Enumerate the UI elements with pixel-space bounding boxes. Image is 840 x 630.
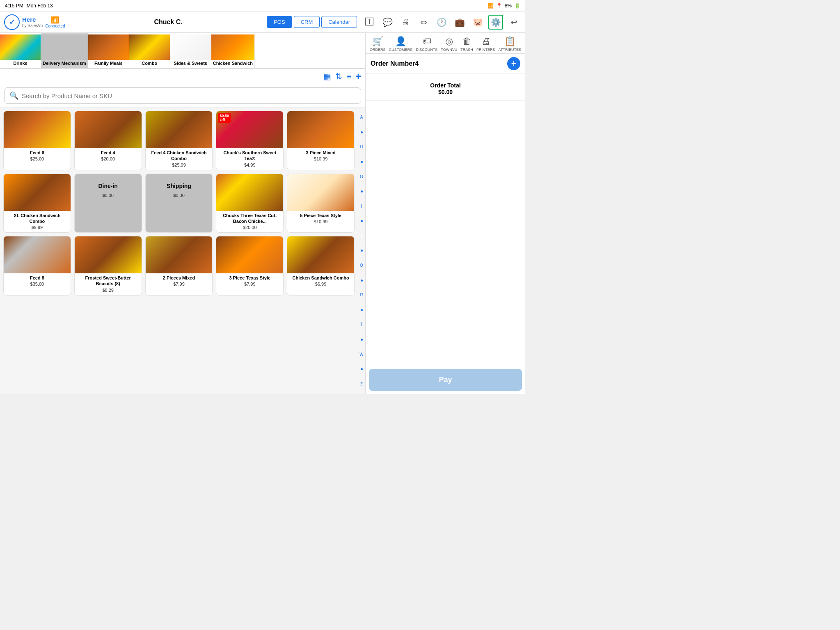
chicken-image	[211, 34, 254, 60]
feed6-price: $25.00	[6, 156, 68, 161]
product-frosted[interactable]: Frosted Sweet-Butter Biscuits (8) $8.29	[74, 236, 142, 296]
reload-header-icon[interactable]: ↩	[506, 15, 521, 30]
alpha-Z[interactable]: Z	[360, 381, 363, 387]
right-panel: 🛒 ORDERS 👤 CUSTOMERS 🏷 DISCOUNTS ◎ TOWNV…	[365, 33, 525, 394]
sweettea-price: $4.99	[219, 163, 281, 167]
product-sweet-tea[interactable]: $0.50Off Chuck's Southern Sweet Tea® $4.…	[216, 111, 284, 170]
product-dinein[interactable]: Dine-in $0.00	[74, 174, 142, 233]
clock-icon[interactable]: 🕐	[434, 15, 449, 30]
5piece-name: 5 Piece Texas Style	[290, 213, 352, 218]
gear-settings-icon[interactable]: ⚙️	[488, 15, 503, 30]
new-item-button[interactable]: +	[507, 57, 520, 70]
printers-icon: 🖨	[481, 36, 490, 47]
feed4-price: $20.00	[77, 156, 139, 161]
logo-area: ✓ Here by SalesVu 📶 Connected	[4, 14, 70, 30]
main-content: Drinks Delivery Mechanism Family Meals C…	[0, 33, 525, 394]
alpha-T[interactable]: T	[360, 322, 363, 328]
product-5piece[interactable]: 5 Piece Texas Style $10.99	[287, 174, 355, 233]
2pieces-name: 2 Pieces Mixed	[148, 275, 210, 281]
category-family[interactable]: Family Meals	[88, 33, 129, 68]
product-feed8[interactable]: Feed 8 $35.00	[3, 236, 71, 296]
category-delivery[interactable]: Delivery Mechanism	[41, 33, 88, 68]
alpha-L[interactable]: L	[360, 233, 363, 239]
townvu-icon: ◎	[445, 36, 453, 47]
alpha-A[interactable]: A	[360, 115, 363, 120]
combo-image	[129, 34, 170, 60]
alpha-D[interactable]: D	[360, 144, 363, 150]
customers-nav[interactable]: 👤 CUSTOMERS	[389, 36, 412, 52]
category-drinks[interactable]: Drinks	[0, 33, 41, 68]
sides-label: Sides & Sweets	[172, 60, 209, 66]
product-feed4[interactable]: Feed 4 $20.00	[74, 111, 142, 170]
back-forward-icon[interactable]: ⇔	[416, 15, 431, 30]
discounts-nav[interactable]: 🏷 DISCOUNTS	[416, 36, 437, 52]
search-input[interactable]	[22, 92, 356, 99]
discounts-icon: 🏷	[422, 36, 431, 47]
orders-nav[interactable]: 🛒 ORDERS	[370, 36, 386, 52]
frosted-image	[75, 236, 142, 273]
delivery-image	[41, 34, 88, 60]
alpha-G[interactable]: G	[360, 174, 363, 180]
townvu-nav[interactable]: ◎ TOWNVU	[441, 36, 457, 52]
5piece-image	[287, 174, 354, 211]
printer-header-icon[interactable]: 🖨	[398, 15, 413, 30]
attributes-nav[interactable]: 📋 ATTRIBUTES	[499, 36, 521, 52]
t-messaging-icon[interactable]: 🅃	[362, 15, 377, 30]
5piece-price: $10.99	[290, 219, 352, 224]
chat-bubble-icon[interactable]: 💬	[380, 15, 395, 30]
product-feed4chicken[interactable]: Feed 4 Chicken Sandwich Combo $25.99	[145, 111, 213, 170]
list-view-icon[interactable]: ≡	[346, 72, 351, 81]
product-3piecetexas[interactable]: 3 Piece Texas Style $7.99	[216, 236, 284, 296]
category-combo[interactable]: Combo	[129, 33, 170, 68]
left-panel: Drinks Delivery Mechanism Family Meals C…	[0, 33, 365, 394]
wifi-icon: 📶	[488, 3, 494, 9]
alpha-dot-7	[361, 309, 363, 311]
alpha-dot-3	[361, 190, 363, 192]
product-feed6[interactable]: Feed 6 $25.00	[3, 111, 71, 170]
alpha-R[interactable]: R	[360, 292, 363, 298]
product-chickensandwich-combo[interactable]: Chicken Sandwich Combo $6.99	[287, 236, 355, 296]
townvu-label: TOWNVU	[441, 48, 457, 52]
barcode-icon[interactable]: ▦	[323, 71, 331, 81]
alpha-I[interactable]: I	[361, 204, 362, 209]
feed8-name: Feed 8	[6, 275, 68, 281]
3piece-price: $10.99	[290, 156, 352, 161]
delivery-label: Delivery Mechanism	[41, 60, 88, 66]
trash-nav[interactable]: 🗑 TRASH	[460, 36, 473, 52]
alpha-O[interactable]: O	[360, 263, 363, 268]
briefcase-header-icon[interactable]: 💼	[452, 15, 467, 30]
product-2pieces[interactable]: 2 Pieces Mixed $7.99	[145, 236, 213, 296]
drinks-label: Drinks	[11, 60, 29, 66]
tab-pos[interactable]: POS	[267, 16, 292, 28]
chickensandwich-combo-price: $6.99	[290, 282, 352, 286]
tab-calendar[interactable]: Calendar	[321, 16, 357, 28]
search-bar: 🔍	[0, 84, 365, 108]
trash-icon: 🗑	[462, 36, 471, 47]
product-grid: Feed 6 $25.00 Feed 4 $20.00	[0, 108, 358, 394]
search-input-wrap[interactable]: 🔍	[4, 87, 361, 104]
category-sides[interactable]: Sides & Sweets	[170, 33, 211, 68]
sweettea-name: Chuck's Southern Sweet Tea®	[219, 150, 281, 162]
xlchicken-image	[4, 174, 71, 211]
here-label: Here	[22, 16, 43, 23]
product-chucks3texas[interactable]: Chucks Three Texas Cut-Bacon Chicke... $…	[216, 174, 284, 233]
2pieces-image	[146, 236, 213, 273]
tab-crm[interactable]: CRM	[294, 16, 320, 28]
printers-nav[interactable]: 🖨 PRINTERS	[476, 36, 495, 52]
xlchicken-price: $9.99	[6, 225, 68, 230]
category-chicken[interactable]: Chicken Sandwich	[211, 33, 255, 68]
3piecetexas-price: $7.99	[219, 282, 281, 286]
status-bar: 4:15 PM Mon Feb 13 📶 📍 8% 🔋	[0, 0, 525, 11]
piggy-bank-icon[interactable]: 🐷	[470, 15, 485, 30]
product-shipping[interactable]: Shipping $0.00	[145, 174, 213, 233]
attributes-icon: 📋	[504, 36, 515, 47]
sort-icon[interactable]: ⇅	[335, 71, 342, 81]
product-3piece[interactable]: 3 Piece Mixed $10.99	[287, 111, 355, 170]
pay-button[interactable]: Pay	[369, 369, 522, 391]
wifi-signal-icon: 📶	[51, 16, 59, 24]
time-display: 4:15 PM	[5, 3, 23, 9]
alpha-W[interactable]: W	[359, 352, 363, 357]
product-xl-chicken[interactable]: XL Chicken Sandwich Combo $9.99	[3, 174, 71, 233]
feed4chicken-price: $25.99	[148, 163, 210, 167]
add-product-icon[interactable]: +	[355, 71, 361, 82]
